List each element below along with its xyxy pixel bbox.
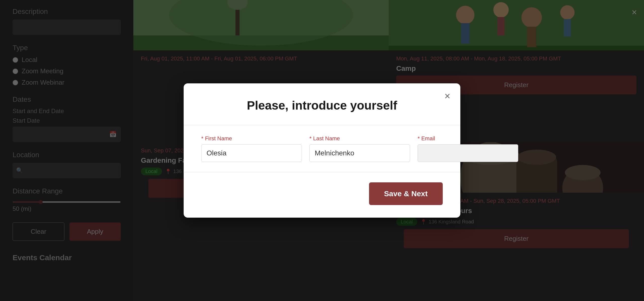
modal-title: Please, introduce yourself bbox=[201, 98, 443, 112]
modal-divider-bottom bbox=[184, 172, 460, 172]
first-name-label: * First Name bbox=[201, 135, 302, 142]
modal-backdrop: × Please, introduce yourself * First Nam… bbox=[0, 0, 644, 301]
first-name-input[interactable] bbox=[201, 144, 302, 162]
last-name-field: * Last Name bbox=[309, 135, 410, 162]
email-field: * Email bbox=[418, 135, 518, 162]
last-name-input[interactable] bbox=[309, 144, 410, 162]
modal-form: * First Name * Last Name * Email bbox=[201, 135, 443, 162]
email-label: * Email bbox=[418, 135, 518, 142]
modal-divider-top bbox=[184, 125, 460, 125]
email-input[interactable] bbox=[418, 144, 518, 162]
modal-footer: Save & Next bbox=[201, 182, 443, 205]
last-name-label: * Last Name bbox=[309, 135, 410, 142]
modal-dialog: × Please, introduce yourself * First Nam… bbox=[184, 83, 460, 218]
save-next-button[interactable]: Save & Next bbox=[369, 182, 443, 205]
modal-close-button[interactable]: × bbox=[445, 91, 450, 101]
first-name-field: * First Name bbox=[201, 135, 302, 162]
